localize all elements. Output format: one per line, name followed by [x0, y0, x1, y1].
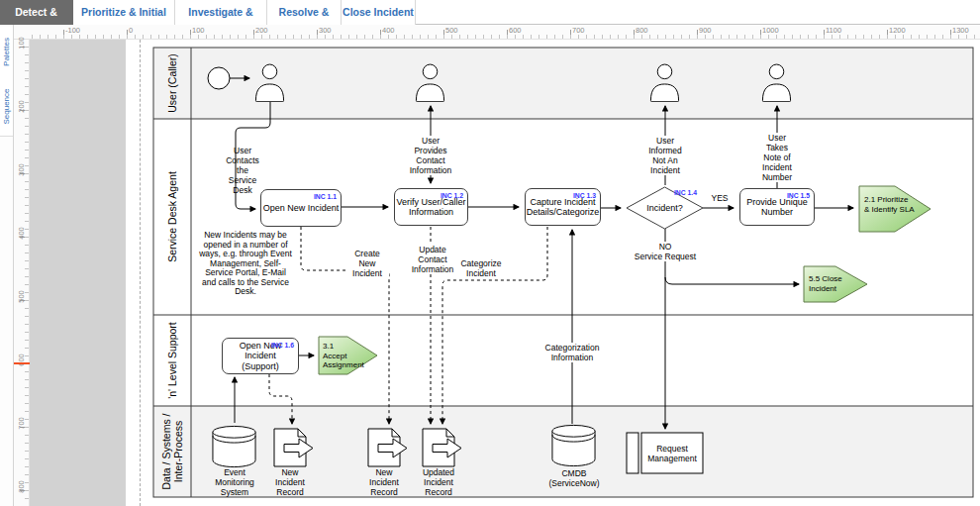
ruler-v-label: 600 [17, 353, 26, 368]
label-user-informed: User Informed Not An Incident [637, 136, 693, 175]
ruler-v-label: 800 [17, 479, 26, 495]
horizontal-ruler: -100 0 100 200 300 400 500 600 700 800 9… [14, 25, 980, 40]
ruler-v-label: 200 [17, 99, 26, 115]
lane-label-data-systems: Data / Systems / Inter-Process [152, 406, 192, 497]
ruler-h-label: 500 [445, 26, 458, 35]
task-capture-incident[interactable]: Capture Incident Details/Categorize INC … [525, 188, 601, 226]
label-no-service-request: NO Service Request [629, 242, 702, 261]
task-tag: INC 1.1 [314, 192, 337, 203]
lane-label-user-caller: User (Caller) [154, 48, 190, 119]
label-update-contact: Update Contact Information [407, 245, 458, 274]
ruler-h-label: 1000 [762, 26, 779, 35]
tab-close-incident[interactable]: Close Incident [342, 0, 416, 25]
task-open-new-incident[interactable]: Open New Incident INC 1.1 [260, 189, 342, 227]
palette-tab-palettes-label: Palettes [2, 38, 11, 66]
label-categorize-incident: Categorize Incident [457, 258, 505, 278]
ruler-h-label: 0 [129, 26, 133, 35]
offpage-accept-label: 3.1 Accept Assignment [323, 342, 374, 370]
label-cmdb: CMDB (ServiceNow) [545, 468, 603, 488]
task-tag: INC 1.6 [271, 341, 294, 352]
tab-investigate-diagnose[interactable]: Investigate & Diagnose [175, 0, 267, 25]
ruler-h-label: 1300 [952, 26, 969, 35]
palette-tab-palettes[interactable]: Palettes [0, 27, 13, 77]
ruler-v-label: 300 [17, 162, 26, 178]
label-categorization-info: Categorization Information [540, 343, 604, 362]
label-user-contacts: User Contacts the Service Desk [214, 146, 271, 195]
label-updated-record: Updated Incident Record [416, 467, 461, 497]
palette-tab-sequence[interactable]: Sequence [0, 76, 13, 137]
diagram-editor-window: Detect & Record Prioritize & Initial Sup… [0, 0, 980, 506]
offpage-close-label: 5.5 Close Incident [809, 274, 860, 293]
label-user-provides: User Provides Contact Information [403, 136, 458, 175]
label-note-new-incidents: New Incidents may be opened in a number … [199, 231, 292, 297]
ruler-h-label: -100 [65, 26, 80, 35]
ruler-h-label: 200 [255, 26, 268, 35]
ruler-v-label: 100 [17, 36, 26, 51]
tab-resolve-recover[interactable]: Resolve & Recover [267, 0, 342, 25]
label-user-takes-note: User Takes Note of Incident Number [749, 133, 805, 182]
label-yes: YES [707, 193, 733, 203]
ruler-h-label: 300 [319, 26, 332, 35]
ruler-h-label: 700 [572, 26, 585, 35]
palette-strip: Palettes Sequence [0, 25, 14, 506]
label-create-new-incident: Create New Incident [345, 249, 389, 278]
tab-detect-record[interactable]: Detect & Record [0, 0, 73, 25]
request-mgmt-label: Request Management [641, 433, 703, 473]
lane-label-service-desk-agent: Service Desk Agent [154, 119, 190, 315]
ruler-h-label: 400 [382, 26, 395, 35]
vertical-ruler: 100 200 300 400 500 600 700 800 [14, 40, 30, 506]
page-break-line [140, 40, 141, 506]
ruler-v-label: 500 [17, 289, 26, 305]
ruler-h-label: 1200 [889, 26, 906, 35]
canvas-outside-page [30, 40, 126, 506]
task-open-support[interactable]: Open New Incident (Support) INC 1.6 [222, 338, 299, 374]
task-verify-user[interactable]: Verify User/Caller Information INC 1.2 [394, 188, 468, 226]
ruler-h-label: 900 [699, 26, 712, 35]
ruler-h-label: 800 [636, 26, 648, 35]
ruler-h-label: 100 [192, 26, 205, 35]
task-tag: INC 1.5 [787, 191, 810, 202]
ruler-h-label: 1100 [826, 26, 841, 35]
task-tag: INC 1.2 [441, 191, 463, 202]
label-event-monitoring: Event Monitoring System [211, 467, 258, 497]
ruler-v-label: 400 [17, 226, 26, 242]
task-tag: INC 1.3 [573, 191, 596, 202]
ruler-v-label: 700 [17, 416, 26, 432]
ruler-h-label: 600 [509, 26, 522, 35]
palette-tab-sequence-label: Sequence [2, 88, 11, 124]
label-new-record-2: New Incident Record [361, 467, 407, 497]
task-label: Open New Incident [263, 203, 340, 214]
decision-incident-tag: INC 1.4 [667, 189, 697, 196]
process-tab-bar: Detect & Record Prioritize & Initial Sup… [0, 0, 980, 25]
label-new-record-1: New Incident Record [267, 467, 313, 497]
ruler-position-marker [14, 362, 30, 364]
offpage-prioritize-label: 2.1 Prioritize & Identify SLA [864, 195, 924, 214]
task-provide-unique-number[interactable]: Provide Unique Number INC 1.5 [739, 188, 815, 226]
tab-prioritize-initial-support[interactable]: Prioritize & Initial Support [73, 0, 175, 25]
lane-label-n-level-support: 'n' Level Support [154, 315, 190, 406]
